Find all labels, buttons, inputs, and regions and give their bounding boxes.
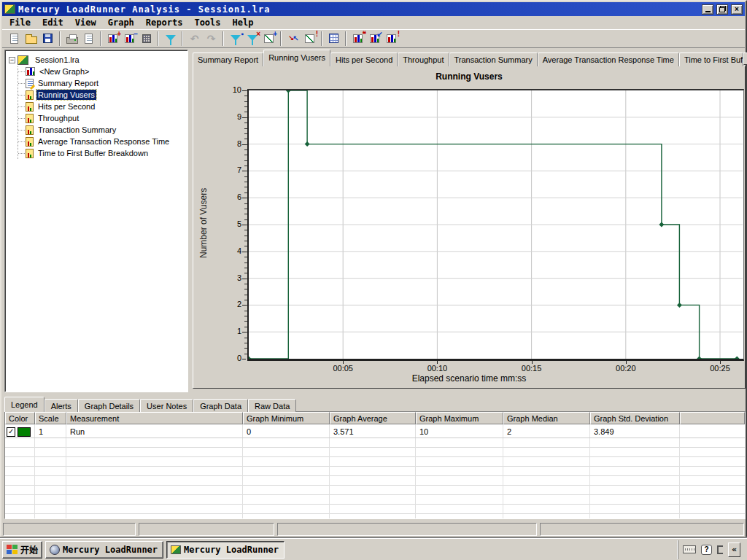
start-button[interactable]: 开始 — [2, 541, 42, 559]
set-filter-icon[interactable] — [162, 31, 179, 47]
col-empty — [680, 412, 745, 424]
summary-report-icon — [26, 79, 34, 88]
y-tick — [242, 252, 246, 252]
col-measurement[interactable]: Measurement — [66, 412, 243, 424]
tree-item-throughput[interactable]: Throughput — [5, 112, 187, 124]
print-icon[interactable] — [63, 31, 80, 47]
tree-item-time-to-first-buffer[interactable]: Time to First Buffer Breakdown — [5, 147, 187, 159]
bottom-tabs: Legend Alerts Graph Details User Notes G… — [4, 397, 296, 412]
x-tick-label: 00:20 — [611, 364, 640, 373]
title-bar[interactable]: Mercury LoadRunner Analysis - Session1.l… — [2, 2, 745, 16]
global-filter-icon[interactable] — [227, 31, 244, 47]
graph-page-icon — [26, 114, 34, 123]
collapse-icon[interactable]: − — [9, 57, 15, 63]
tree-item-avg-transaction-response-time[interactable]: Average Transaction Response Time — [5, 136, 187, 147]
y-tick — [242, 198, 246, 198]
task-button-analysis[interactable]: Mercury LoadRunner ... — [166, 541, 285, 559]
y-tick — [242, 171, 246, 171]
undo-icon[interactable]: ↶ — [186, 31, 203, 47]
add-new-graph-icon[interactable] — [104, 31, 121, 47]
graph-page-icon — [26, 149, 34, 158]
tab-throughput[interactable]: Throughput — [398, 52, 449, 66]
tree-item-hits-per-second[interactable]: Hits per Second — [5, 101, 187, 112]
y-tick — [242, 279, 246, 279]
tab-alerts[interactable]: Alerts — [44, 399, 78, 412]
redo-icon[interactable]: ↷ — [203, 31, 220, 47]
tab-avg-transaction-response-time[interactable]: Average Transaction Response Time — [538, 52, 679, 66]
tab-time-to-first-buffer[interactable]: Time to First Buffer Breakdown — [679, 52, 743, 66]
toolbar: ↶ ↷ ↘↖ — [2, 29, 745, 48]
measurement-checkbox[interactable]: ✓ — [7, 427, 15, 437]
col-graph-maximum[interactable]: Graph Maximum — [416, 412, 503, 424]
menu-help[interactable]: Help — [227, 17, 260, 28]
help-bubble-icon[interactable]: ? — [701, 545, 712, 555]
loadrunner-app-icon — [50, 545, 60, 555]
col-graph-minimum[interactable]: Graph Minimum — [243, 412, 330, 424]
x-tick-label: 00:15 — [517, 364, 546, 373]
add-comment-icon[interactable] — [349, 31, 366, 47]
print-preview-icon[interactable] — [80, 31, 97, 47]
delete-graph-icon[interactable] — [121, 31, 138, 47]
toolbar-separator — [222, 31, 224, 46]
tab-hits-per-second[interactable]: Hits per Second — [330, 52, 398, 66]
menu-file[interactable]: File — [4, 17, 36, 28]
col-color[interactable]: Color — [5, 412, 35, 424]
x-tick-label: 00:10 — [422, 364, 452, 373]
tab-running-vusers[interactable]: Running Vusers — [263, 50, 330, 66]
menu-view[interactable]: View — [69, 17, 102, 28]
overlay-graphs-icon[interactable] — [260, 31, 277, 47]
col-graph-median[interactable]: Graph Median — [503, 412, 590, 424]
tab-raw-data[interactable]: Raw Data — [248, 399, 296, 412]
tab-graph-data[interactable]: Graph Data — [193, 399, 248, 412]
tab-summary-report[interactable]: Summary Report — [193, 52, 263, 66]
tree-item-summary-report[interactable]: Summary Report — [5, 77, 187, 89]
analysis-alert-icon[interactable] — [383, 31, 400, 47]
graph-page-icon — [26, 90, 34, 100]
col-graph-std-deviation[interactable]: Graph Std. Deviation — [590, 412, 680, 424]
open-icon[interactable] — [23, 31, 39, 47]
ime-icon[interactable] — [717, 545, 723, 554]
menu-reports[interactable]: Reports — [140, 17, 189, 28]
new-report-icon[interactable] — [138, 31, 155, 47]
new-session-icon[interactable] — [6, 31, 23, 47]
table-row[interactable]: ✓ 1 Run 0 3.571 10 2 3.849 — [5, 424, 745, 438]
status-panel — [139, 523, 274, 536]
clear-filter-icon[interactable] — [244, 31, 260, 47]
window-title: Mercury LoadRunner Analysis - Session1.l… — [18, 4, 699, 15]
tab-scroll-left-button[interactable] — [743, 52, 747, 65]
tree-root-session[interactable]: − Session1.lra — [5, 54, 187, 66]
save-icon[interactable] — [39, 31, 56, 47]
task-button-loadrunner[interactable]: Mercury LoadRunner 8.1 — [45, 541, 163, 559]
y-tick-label: 3 — [224, 273, 241, 282]
y-tick-label: 2 — [224, 300, 241, 308]
y-axis-title: Number of Vusers — [198, 89, 209, 357]
column-separator — [589, 438, 590, 519]
tree-item-running-vusers[interactable]: Running Vusers — [5, 89, 187, 101]
tab-transaction-summary[interactable]: Transaction Summary — [449, 52, 538, 66]
tree-item-new-graph[interactable]: <New Graph> — [5, 66, 187, 77]
merge-graphs-icon[interactable]: ↘↖ — [285, 31, 301, 47]
col-graph-average[interactable]: Graph Average — [330, 412, 416, 424]
graph-page-icon — [26, 102, 34, 112]
restore-button[interactable] — [716, 4, 728, 15]
auto-correlate-icon[interactable] — [301, 31, 318, 47]
system-tray: ? « — [678, 540, 745, 559]
menu-graph[interactable]: Graph — [102, 17, 140, 28]
tree-item-transaction-summary[interactable]: Transaction Summary — [5, 124, 187, 136]
minimize-button[interactable] — [702, 4, 713, 15]
tab-graph-details[interactable]: Graph Details — [78, 399, 140, 412]
menu-tools[interactable]: Tools — [188, 17, 226, 28]
keyboard-icon[interactable] — [683, 545, 696, 553]
menu-edit[interactable]: Edit — [36, 17, 69, 28]
display-report-icon[interactable] — [325, 31, 342, 47]
cross-with-result-icon[interactable] — [366, 31, 383, 47]
y-tick-label: 1 — [224, 327, 241, 335]
column-separator — [503, 438, 503, 519]
col-scale[interactable]: Scale — [35, 412, 66, 424]
tab-user-notes[interactable]: User Notes — [140, 399, 193, 412]
plot-area[interactable] — [247, 89, 744, 361]
tab-legend[interactable]: Legend — [4, 397, 44, 412]
app-icon[interactable] — [4, 4, 15, 14]
collapse-chevrons-icon[interactable]: « — [728, 542, 740, 557]
close-button[interactable]: × — [731, 4, 743, 15]
